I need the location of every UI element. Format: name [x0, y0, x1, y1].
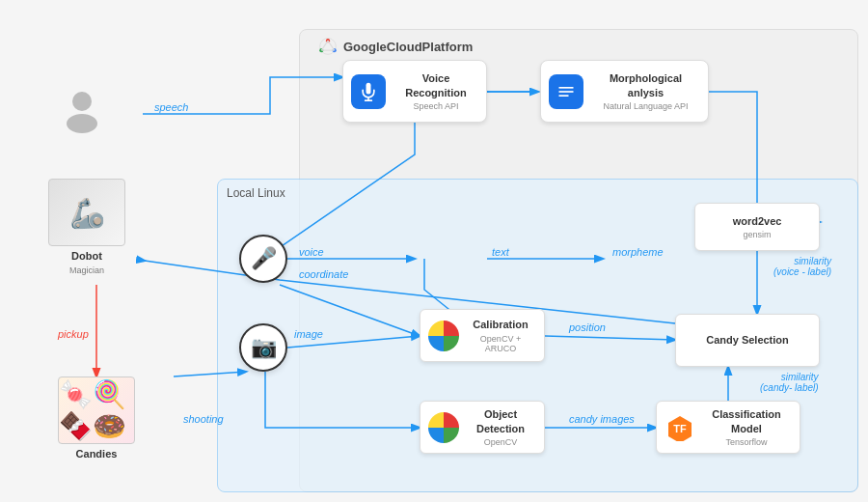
- candy-selection-title: Candy Selection: [706, 333, 789, 347]
- opencv-icon-calibration: [428, 321, 459, 351]
- pickup-label: pickup: [58, 328, 89, 340]
- word2vec-title: word2vec: [733, 214, 782, 228]
- classification-model-node: TF Classification Model Tensorflow: [656, 401, 800, 454]
- dobot-image: 🦾: [48, 179, 125, 246]
- svg-text:TF: TF: [673, 423, 687, 434]
- morpho-subtitle: Natural Language API: [591, 101, 700, 111]
- calibration-title: Calibration: [465, 318, 536, 331]
- candies-label: Candies: [76, 448, 118, 460]
- person-icon: [58, 87, 106, 135]
- voice-rec-title: Voice Recognition: [393, 71, 478, 99]
- dobot-sublabel: Magician: [69, 265, 104, 275]
- candies-node: 🍬🍭🍫🍩 Candies: [58, 376, 135, 460]
- speech-label: speech: [154, 101, 188, 113]
- object-detection-node: Object Detection OpenCV: [420, 401, 545, 454]
- voice-recognition-node: Voice Recognition Speech API: [342, 60, 487, 123]
- morpho-node: Morphological anlysis Natural Language A…: [540, 60, 709, 123]
- word2vec-node: word2vec gensim: [694, 203, 820, 251]
- camera-node: 📷: [239, 323, 287, 372]
- calibration-node: Calibration OpenCV + ARUCO: [420, 309, 545, 362]
- objdet-title: Object Detection: [465, 407, 536, 435]
- svg-rect-8: [559, 95, 569, 97]
- morpho-title: Morphological anlysis: [591, 71, 700, 99]
- svg-point-5: [67, 114, 97, 133]
- svg-point-4: [72, 92, 92, 111]
- dobot-node: 🦾 Dobot Magician: [48, 179, 125, 275]
- voice-rec-icon: [351, 74, 386, 109]
- gcp-label: GoogleCloudPlatform: [318, 37, 473, 56]
- person-node: [58, 87, 106, 135]
- opencv-icon-objdet: [428, 412, 459, 443]
- dobot-label: Dobot: [71, 250, 102, 262]
- candies-image: 🍬🍭🍫🍩: [58, 376, 135, 444]
- objdet-subtitle: OpenCV: [465, 437, 536, 447]
- word2vec-subtitle: gensim: [743, 230, 771, 239]
- gcp-logo-icon: [318, 37, 338, 56]
- mic-node: 🎤: [239, 235, 287, 283]
- local-linux-label: Local Linux: [227, 186, 285, 200]
- voice-rec-subtitle: Speech API: [393, 101, 478, 111]
- classmodel-title: Classification Model: [701, 407, 792, 435]
- candy-selection-node: Candy Selection: [675, 314, 820, 367]
- classmodel-subtitle: Tensorflow: [701, 437, 792, 447]
- svg-rect-7: [559, 91, 574, 93]
- diagram-container: GoogleCloudPlatform Local Linux: [0, 0, 868, 502]
- calibration-subtitle: OpenCV + ARUCO: [465, 334, 536, 353]
- morpho-icon: [549, 74, 583, 109]
- svg-rect-6: [559, 87, 574, 89]
- tensorflow-icon: TF: [665, 412, 695, 443]
